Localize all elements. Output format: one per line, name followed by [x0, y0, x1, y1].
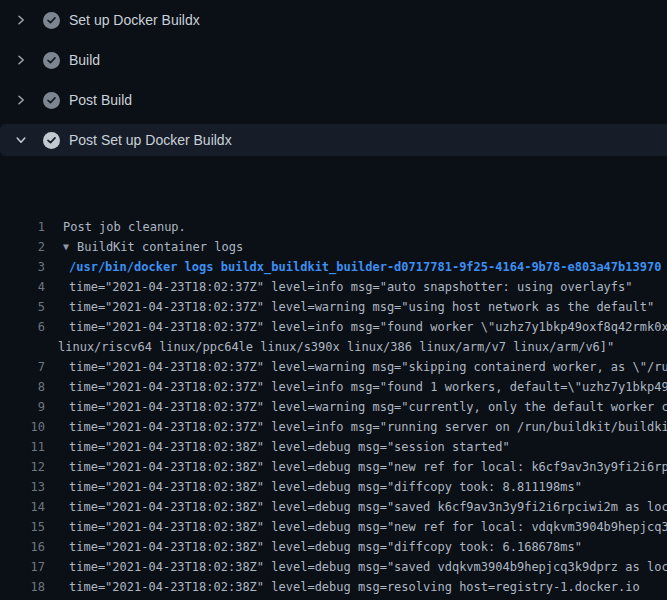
log-text: time="2021-04-23T18:02:37Z" level=warnin… — [69, 357, 667, 377]
log-line: 15time="2021-04-23T18:02:38Z" level=debu… — [0, 517, 667, 537]
chevron-right-icon — [14, 13, 28, 27]
log-line: 11time="2021-04-23T18:02:38Z" level=debu… — [0, 437, 667, 457]
line-number[interactable]: 6 — [0, 317, 45, 337]
log-line: 10time="2021-04-23T18:02:37Z" level=info… — [0, 417, 667, 437]
log-line: 12time="2021-04-23T18:02:38Z" level=debu… — [0, 457, 667, 477]
log-line: 8time="2021-04-23T18:02:37Z" level=info … — [0, 377, 667, 397]
log-text: time="2021-04-23T18:02:37Z" level=info m… — [69, 317, 667, 337]
check-circle-icon — [43, 12, 60, 29]
log-text: linux/riscv64 linux/ppc64le linux/s390x … — [58, 337, 614, 357]
log-text: time="2021-04-23T18:02:38Z" level=debug … — [69, 437, 510, 457]
log-line: 4time="2021-04-23T18:02:37Z" level=info … — [0, 277, 667, 297]
log-text: time="2021-04-23T18:02:38Z" level=debug … — [69, 537, 582, 557]
line-number[interactable]: 4 — [0, 277, 45, 297]
job-steps-list: Set up Docker Buildx Build Post Build Po… — [0, 0, 667, 156]
log-line: 1Post job cleanup. — [0, 217, 667, 237]
log-line: linux/riscv64 linux/ppc64le linux/s390x … — [0, 337, 667, 357]
check-circle-icon — [43, 92, 60, 109]
log-text: time="2021-04-23T18:02:38Z" level=debug … — [69, 497, 667, 517]
log-line: 17time="2021-04-23T18:02:38Z" level=debu… — [0, 557, 667, 577]
log-line: 3/usr/bin/docker logs buildx_buildkit_bu… — [0, 257, 667, 277]
log-line: 18time="2021-04-23T18:02:38Z" level=debu… — [0, 577, 667, 597]
line-number[interactable]: 5 — [0, 297, 45, 317]
step-label: Set up Docker Buildx — [69, 12, 200, 28]
line-number[interactable]: 13 — [0, 477, 45, 497]
log-text: Post job cleanup. — [63, 217, 186, 237]
log-text: time="2021-04-23T18:02:37Z" level=info m… — [69, 377, 667, 397]
line-number[interactable]: 8 — [0, 377, 45, 397]
step-row-post-build[interactable]: Post Build — [0, 84, 667, 116]
triangle-down-icon[interactable]: ▼ — [63, 237, 77, 257]
check-circle-icon — [43, 52, 60, 69]
log-text: time="2021-04-23T18:02:37Z" level=warnin… — [69, 397, 667, 417]
step-row-build[interactable]: Build — [0, 44, 667, 76]
log-command-link[interactable]: /usr/bin/docker logs buildx_buildkit_bui… — [69, 257, 661, 277]
line-number[interactable]: 11 — [0, 437, 45, 457]
log-text: time="2021-04-23T18:02:37Z" level=warnin… — [69, 297, 654, 317]
log-text: time="2021-04-23T18:02:38Z" level=debug … — [69, 557, 667, 577]
log-line: 6time="2021-04-23T18:02:37Z" level=info … — [0, 317, 667, 337]
chevron-right-icon — [14, 53, 28, 67]
log-text: time="2021-04-23T18:02:37Z" level=info m… — [69, 277, 633, 297]
line-number[interactable]: 12 — [0, 457, 45, 477]
log-line: 5time="2021-04-23T18:02:37Z" level=warni… — [0, 297, 667, 317]
log-line: 2▼BuildKit container logs — [0, 237, 667, 257]
line-number[interactable]: 17 — [0, 557, 45, 577]
line-number[interactable]: 18 — [0, 577, 45, 597]
step-label: Build — [69, 52, 100, 68]
log-viewer: 1Post job cleanup.2▼BuildKit container l… — [0, 164, 667, 600]
chevron-right-icon — [14, 93, 28, 107]
line-number[interactable]: 1 — [0, 217, 45, 237]
line-number[interactable]: 16 — [0, 537, 45, 557]
log-line: 7time="2021-04-23T18:02:37Z" level=warni… — [0, 357, 667, 377]
step-row-post-set-up-docker-buildx[interactable]: Post Set up Docker Buildx — [0, 124, 667, 156]
log-text: time="2021-04-23T18:02:38Z" level=debug … — [69, 517, 667, 537]
line-number[interactable]: 7 — [0, 357, 45, 377]
log-line: 13time="2021-04-23T18:02:38Z" level=debu… — [0, 477, 667, 497]
check-circle-icon — [43, 132, 60, 149]
log-group-toggle[interactable]: ▼BuildKit container logs — [63, 237, 243, 257]
log-text: time="2021-04-23T18:02:38Z" level=debug … — [69, 577, 640, 597]
line-number[interactable]: 2 — [0, 237, 45, 257]
line-number[interactable]: 9 — [0, 397, 45, 417]
log-line: 16time="2021-04-23T18:02:38Z" level=debu… — [0, 537, 667, 557]
step-label: Post Build — [69, 92, 132, 108]
line-number[interactable]: 14 — [0, 497, 45, 517]
log-lines: 1Post job cleanup.2▼BuildKit container l… — [0, 217, 667, 600]
log-line: 14time="2021-04-23T18:02:38Z" level=debu… — [0, 497, 667, 517]
line-number[interactable]: 15 — [0, 517, 45, 537]
line-number[interactable]: 3 — [0, 257, 45, 277]
step-label: Post Set up Docker Buildx — [69, 132, 232, 148]
log-line: 9time="2021-04-23T18:02:37Z" level=warni… — [0, 397, 667, 417]
step-row-set-up-docker-buildx[interactable]: Set up Docker Buildx — [0, 4, 667, 36]
log-text: time="2021-04-23T18:02:38Z" level=debug … — [69, 457, 667, 477]
line-number[interactable]: 10 — [0, 417, 45, 437]
line-number — [0, 337, 45, 357]
log-text: time="2021-04-23T18:02:38Z" level=debug … — [69, 477, 582, 497]
log-text: time="2021-04-23T18:02:37Z" level=info m… — [69, 417, 667, 437]
chevron-down-icon — [14, 133, 28, 147]
